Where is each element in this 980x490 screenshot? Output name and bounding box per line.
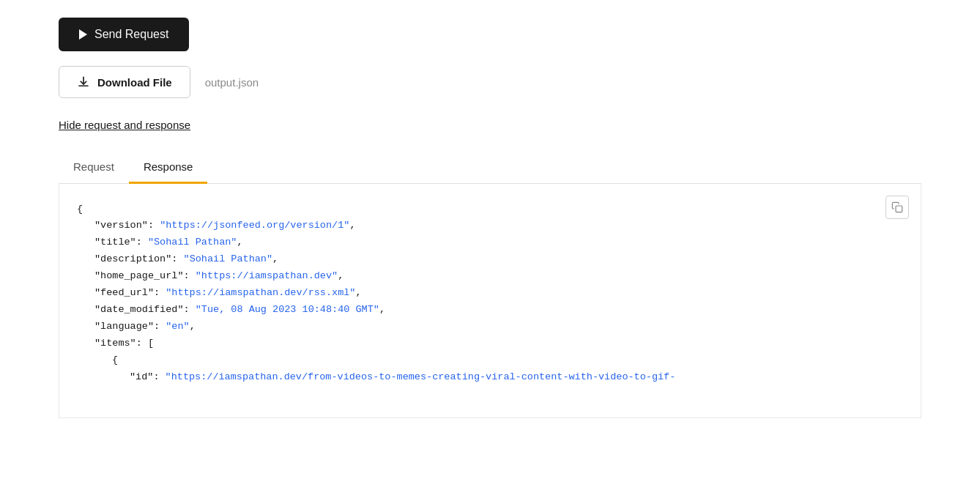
- json-version-line: "version": "https://jsonfeed.org/version…: [77, 218, 903, 234]
- json-items-open-brace: {: [77, 352, 903, 369]
- download-row: Download File output.json: [59, 66, 921, 98]
- json-home-page-url-line: "home_page_url": "https://iamspathan.dev…: [77, 268, 903, 285]
- json-feed-url-line: "feed_url": "https://iamspathan.dev/rss.…: [77, 285, 903, 302]
- send-request-label: Send Request: [94, 28, 168, 41]
- hide-request-response-link[interactable]: Hide request and response: [59, 119, 190, 131]
- download-file-label: Download File: [97, 76, 172, 89]
- download-file-button[interactable]: Download File: [59, 66, 190, 98]
- json-language-line: "language": "en",: [77, 319, 903, 335]
- tab-request[interactable]: Request: [59, 152, 129, 184]
- download-icon: [77, 75, 90, 89]
- json-open-brace: {: [77, 201, 903, 218]
- json-date-modified-line: "date_modified": "Tue, 08 Aug 2023 10:48…: [77, 302, 903, 319]
- json-description-line: "description": "Sohail Pathan",: [77, 251, 903, 268]
- svg-rect-0: [896, 206, 902, 212]
- play-icon: [79, 29, 87, 40]
- tabs-container: Request Response: [59, 152, 921, 184]
- json-items-line: "items": [: [77, 335, 903, 352]
- copy-button[interactable]: [886, 196, 909, 219]
- send-request-button[interactable]: Send Request: [59, 18, 189, 51]
- tab-response[interactable]: Response: [129, 152, 208, 184]
- json-title-line: "title": "Sohail Pathan",: [77, 234, 903, 251]
- copy-icon: [891, 201, 903, 213]
- response-panel: { "version": "https://jsonfeed.org/versi…: [59, 184, 921, 418]
- main-container: Send Request Download File output.json H…: [0, 0, 980, 436]
- json-id-line: "id": "https://iamspathan.dev/from-video…: [77, 369, 903, 386]
- filename: output.json: [205, 76, 259, 89]
